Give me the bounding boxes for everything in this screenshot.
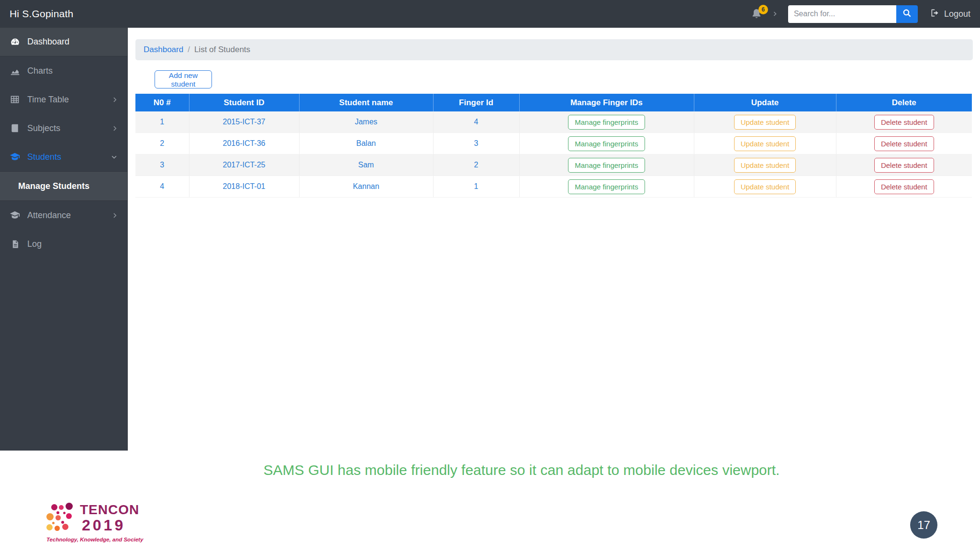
chevron-right-icon[interactable]	[772, 11, 778, 17]
manage-fingerprints-button[interactable]: Manage fingerprints	[568, 115, 645, 130]
col-header-student-id: Student ID	[189, 94, 299, 111]
row-no[interactable]: 4	[160, 182, 164, 190]
table-header-row: N0 # Student ID Student name Finger Id M…	[135, 94, 972, 111]
chevron-down-icon	[111, 154, 118, 160]
row-finger-id[interactable]: 4	[474, 118, 479, 126]
sidebar-item-label: Dashboard	[27, 37, 69, 47]
sidebar-item-label: Attendance	[27, 210, 71, 220]
logout-label: Logout	[944, 9, 970, 19]
sidebar-item-subjects[interactable]: Subjects	[0, 114, 127, 143]
row-finger-id[interactable]: 1	[474, 182, 479, 190]
table-grid-icon	[10, 95, 20, 104]
sidebar-item-manage-students[interactable]: Manage Students	[0, 171, 127, 201]
main-content: Dashboard / List of Students Add new stu…	[128, 28, 980, 454]
logo-title: TENCON	[80, 502, 139, 518]
delete-student-button[interactable]: Delete student	[874, 158, 934, 173]
col-header-finger-id: Finger Id	[433, 94, 519, 111]
notification-badge: 6	[758, 5, 768, 14]
sidebar-item-label: Time Table	[27, 95, 69, 105]
dashboard-gauge-icon	[10, 37, 20, 47]
row-student-name[interactable]: Sam	[358, 161, 374, 169]
table-row: 2 2016-ICT-36 Balan 3 Manage fingerprint…	[135, 133, 972, 154]
row-student-name[interactable]: James	[355, 118, 377, 126]
tencon-2019-logo: TENCON 2019 Technology, Knowledge, and S…	[45, 500, 189, 549]
navbar-right: 6 Logout	[751, 5, 970, 23]
update-student-button[interactable]: Update student	[734, 158, 796, 173]
notifications-button[interactable]: 6	[751, 6, 765, 22]
breadcrumb-current: List of Students	[194, 45, 250, 55]
chevron-right-icon	[111, 125, 118, 132]
sidebar-nav: Dashboard Charts Time Table Subjects	[0, 28, 128, 451]
col-header-no: N0 #	[135, 94, 189, 111]
row-student-id[interactable]: 2016-ICT-36	[223, 139, 266, 147]
sidebar-item-log[interactable]: Log	[0, 230, 127, 258]
col-header-manage-finger-ids: Manage Finger IDs	[519, 94, 694, 111]
sidebar-item-time-table[interactable]: Time Table	[0, 85, 127, 114]
logo-tagline: Technology, Knowledge, and Society	[46, 537, 143, 542]
breadcrumb: Dashboard / List of Students	[135, 39, 973, 60]
user-greeting: Hi S.Gopinath	[10, 8, 73, 20]
col-header-student-name: Student name	[299, 94, 433, 111]
slide-caption: SAMS GUI has mobile friendly feature so …	[211, 462, 833, 478]
students-table: N0 # Student ID Student name Finger Id M…	[135, 94, 972, 198]
graduation-cap-icon	[10, 152, 20, 162]
row-student-id[interactable]: 2018-ICT-01	[223, 182, 266, 190]
col-header-update: Update	[694, 94, 836, 111]
chevron-right-icon	[111, 96, 118, 103]
search-bar	[788, 5, 918, 23]
table-row: 3 2017-ICT-25 Sam 2 Manage fingerprints …	[135, 154, 972, 176]
breadcrumb-separator: /	[188, 45, 190, 55]
sidebar-item-label: Manage Students	[18, 181, 89, 191]
manage-fingerprints-button[interactable]: Manage fingerprints	[568, 179, 645, 194]
delete-student-button[interactable]: Delete student	[874, 115, 934, 130]
row-student-name[interactable]: Balan	[356, 139, 376, 147]
update-student-button[interactable]: Update student	[734, 179, 796, 194]
delete-student-button[interactable]: Delete student	[874, 179, 934, 194]
sidebar-item-label: Students	[27, 152, 61, 162]
row-student-id[interactable]: 2015-ICT-37	[223, 118, 266, 126]
table-row: 4 2018-ICT-01 Kannan 1 Manage fingerprin…	[135, 176, 972, 198]
row-finger-id[interactable]: 2	[474, 161, 479, 169]
sidebar-item-dashboard[interactable]: Dashboard	[0, 28, 127, 56]
row-finger-id[interactable]: 3	[474, 139, 479, 147]
search-icon	[902, 9, 912, 19]
update-student-button[interactable]: Update student	[734, 115, 796, 130]
row-no[interactable]: 2	[160, 139, 164, 147]
row-no[interactable]: 3	[160, 161, 164, 169]
slide: Hi S.Gopinath 6	[0, 0, 980, 551]
logo-year: 2019	[82, 517, 125, 534]
col-header-delete: Delete	[836, 94, 972, 111]
sidebar-item-students[interactable]: Students	[0, 143, 127, 171]
sidebar-item-label: Log	[27, 239, 42, 249]
row-student-name[interactable]: Kannan	[353, 182, 379, 190]
delete-student-button[interactable]: Delete student	[874, 136, 934, 151]
slide-page-number: 17	[910, 511, 937, 539]
row-student-id[interactable]: 2017-ICT-25	[223, 161, 266, 169]
sign-out-icon	[930, 8, 940, 20]
add-new-student-button[interactable]: Add new student	[155, 70, 212, 88]
breadcrumb-dashboard-link[interactable]: Dashboard	[144, 45, 183, 55]
sidebar-item-label: Subjects	[27, 123, 60, 133]
sidebar-item-charts[interactable]: Charts	[0, 56, 127, 85]
manage-fingerprints-button[interactable]: Manage fingerprints	[568, 158, 645, 173]
file-lines-icon	[10, 240, 20, 249]
search-button[interactable]	[896, 5, 918, 23]
logout-button[interactable]: Logout	[930, 8, 970, 20]
sidebar-item-label: Charts	[27, 66, 53, 76]
chart-area-icon	[10, 66, 20, 76]
table-row: 1 2015-ICT-37 James 4 Manage fingerprint…	[135, 111, 972, 133]
book-icon	[10, 123, 20, 133]
graduation-cap-icon	[10, 210, 20, 220]
sidebar-item-attendance[interactable]: Attendance	[0, 201, 127, 230]
manage-fingerprints-button[interactable]: Manage fingerprints	[568, 136, 645, 151]
chevron-right-icon	[111, 212, 118, 219]
row-no[interactable]: 1	[160, 118, 164, 126]
update-student-button[interactable]: Update student	[734, 136, 796, 151]
search-input[interactable]	[788, 5, 896, 23]
top-navbar: Hi S.Gopinath 6	[0, 0, 980, 28]
